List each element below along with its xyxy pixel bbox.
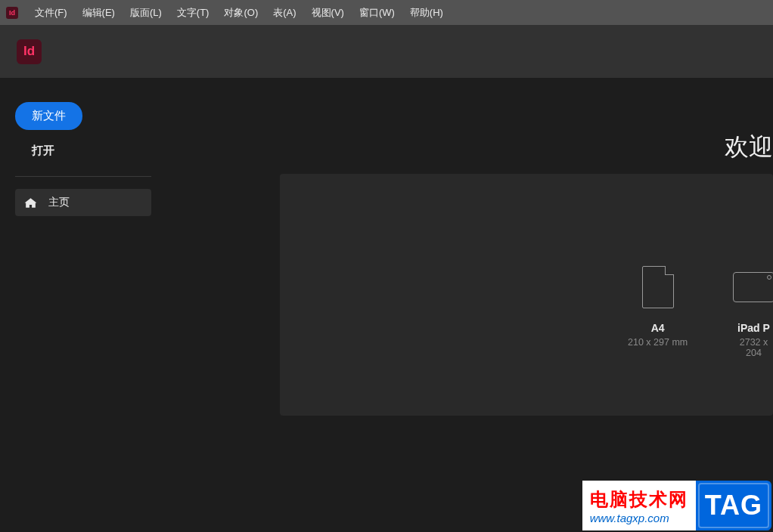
menu-help[interactable]: 帮助(H) bbox=[402, 0, 451, 25]
preset-name: iPad P bbox=[733, 322, 773, 334]
preset-size: 210 x 297 mm bbox=[628, 337, 688, 348]
document-icon bbox=[642, 266, 674, 308]
watermark-title: 电脑技术网 bbox=[590, 487, 688, 512]
menu-text[interactable]: 文字(T) bbox=[169, 0, 217, 25]
menu-file[interactable]: 文件(F) bbox=[27, 0, 75, 25]
menu-view[interactable]: 视图(V) bbox=[304, 0, 352, 25]
app-icon-small: Id bbox=[6, 7, 18, 19]
preset-size: 2732 x 204 bbox=[733, 337, 773, 358]
ipad-icon bbox=[733, 272, 773, 302]
app-logo: Id bbox=[17, 39, 42, 64]
app-header: Id bbox=[0, 25, 773, 78]
preset-panel: A4 210 x 297 mm iPad P 2732 x 204 bbox=[280, 174, 773, 416]
watermark-left: 电脑技术网 www.tagxp.com bbox=[582, 481, 696, 530]
sidebar-divider bbox=[15, 176, 151, 177]
menu-table[interactable]: 表(A) bbox=[265, 0, 303, 25]
menu-object[interactable]: 对象(O) bbox=[216, 0, 265, 25]
preset-name: A4 bbox=[628, 322, 688, 334]
watermark-url: www.tagxp.com bbox=[590, 512, 688, 524]
home-icon bbox=[23, 196, 38, 209]
main-container: 新文件 打开 主页 欢迎 A4 210 x 297 mm iPad P 2732… bbox=[0, 78, 773, 532]
menubar: Id 文件(F) 编辑(E) 版面(L) 文字(T) 对象(O) 表(A) 视图… bbox=[0, 0, 773, 25]
nav-home-label: 主页 bbox=[48, 196, 70, 209]
welcome-heading: 欢迎 bbox=[725, 131, 773, 164]
nav-home[interactable]: 主页 bbox=[15, 189, 151, 216]
sidebar: 新文件 打开 主页 bbox=[0, 78, 166, 532]
preset-ipad[interactable]: iPad P 2732 x 204 bbox=[733, 266, 773, 358]
new-file-button[interactable]: 新文件 bbox=[15, 102, 82, 130]
preset-a4[interactable]: A4 210 x 297 mm bbox=[628, 266, 688, 348]
menu-edit[interactable]: 编辑(E) bbox=[75, 0, 123, 25]
menu-window[interactable]: 窗口(W) bbox=[352, 0, 402, 25]
menu-layout[interactable]: 版面(L) bbox=[123, 0, 169, 25]
watermark-tag: TAG bbox=[696, 481, 771, 530]
content-area: 欢迎 A4 210 x 297 mm iPad P 2732 x 204 bbox=[166, 78, 773, 532]
watermark: 电脑技术网 www.tagxp.com TAG bbox=[582, 481, 771, 530]
open-button[interactable]: 打开 bbox=[15, 130, 151, 169]
